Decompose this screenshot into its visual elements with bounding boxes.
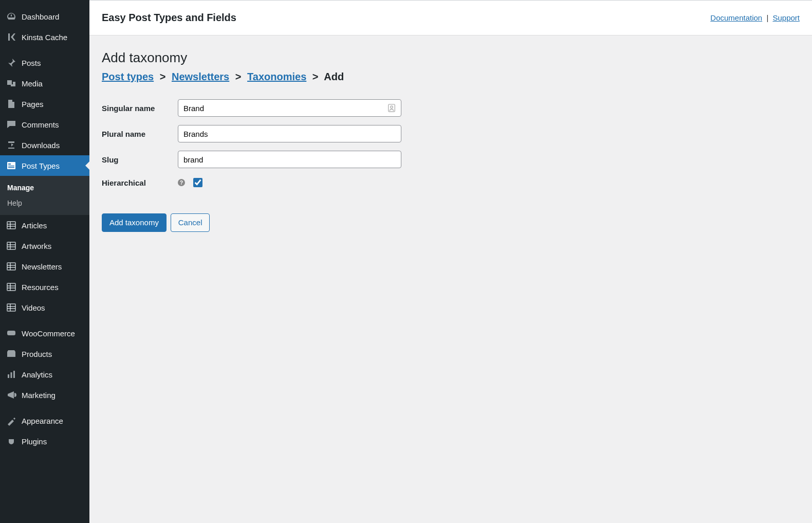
sidebar-item-label: Comments bbox=[22, 120, 59, 129]
help-icon[interactable]: ? bbox=[178, 179, 185, 186]
svg-rect-2 bbox=[8, 166, 14, 167]
sidebar-item-products[interactable]: Products bbox=[0, 344, 89, 364]
sidebar-item-label: WooCommerce bbox=[22, 329, 75, 338]
sidebar-item-label: Videos bbox=[22, 303, 45, 312]
sidebar-item-label: Post Types bbox=[22, 161, 60, 170]
analytics-icon bbox=[6, 369, 16, 380]
svg-rect-25 bbox=[8, 374, 9, 378]
plural-name-input[interactable] bbox=[178, 125, 401, 142]
plural-name-label: Plural name bbox=[102, 121, 178, 147]
breadcrumb-post-types[interactable]: Post types bbox=[102, 71, 154, 82]
admin-sidebar: Dashboard Kinsta Cache Posts Media bbox=[0, 0, 89, 523]
sidebar-item-post-types[interactable]: Post Types bbox=[0, 155, 89, 176]
sidebar-item-resources[interactable]: Resources bbox=[0, 277, 89, 297]
sidebar-item-artworks[interactable]: Artworks bbox=[0, 236, 89, 256]
sidebar-item-label: Dashboard bbox=[22, 12, 59, 21]
submenu-item-manage[interactable]: Manage bbox=[0, 180, 89, 195]
sidebar-item-label: Kinsta Cache bbox=[22, 33, 67, 42]
sidebar-item-label: Downloads bbox=[22, 141, 60, 150]
top-bar: Easy Post Types and Fields Documentation… bbox=[89, 1, 812, 35]
media-icon bbox=[6, 78, 16, 88]
sidebar-item-kinsta-cache[interactable]: Kinsta Cache bbox=[0, 27, 89, 47]
documentation-link[interactable]: Documentation bbox=[710, 13, 762, 22]
sidebar-item-label: Resources bbox=[22, 283, 59, 292]
sidebar-item-label: Appearance bbox=[22, 417, 63, 425]
page-heading: Add taxonomy bbox=[102, 50, 800, 66]
sidebar-item-pages[interactable]: Pages bbox=[0, 94, 89, 114]
submit-button[interactable]: Add taxonomy bbox=[102, 213, 167, 232]
submenu-item-help[interactable]: Help bbox=[0, 195, 89, 211]
page-icon bbox=[6, 99, 16, 109]
sidebar-item-plugins[interactable]: Plugins bbox=[0, 431, 89, 452]
sidebar-item-label: Posts bbox=[22, 59, 41, 67]
svg-rect-4 bbox=[7, 222, 15, 229]
sidebar-item-appearance[interactable]: Appearance bbox=[0, 410, 89, 431]
plugin-title: Easy Post Types and Fields bbox=[102, 12, 236, 24]
svg-rect-12 bbox=[7, 263, 15, 270]
hierarchical-label: Hierarchical bbox=[102, 172, 178, 193]
sidebar-item-label: Newsletters bbox=[22, 262, 62, 271]
slug-label: Slug bbox=[102, 147, 178, 172]
list-icon bbox=[6, 282, 16, 292]
breadcrumb-sep: > bbox=[309, 71, 322, 82]
cancel-button[interactable]: Cancel bbox=[171, 213, 210, 232]
form-actions: Add taxonomy Cancel bbox=[102, 213, 800, 232]
sidebar-item-posts[interactable]: Posts bbox=[0, 52, 89, 73]
breadcrumb-newsletters[interactable]: Newsletters bbox=[172, 71, 229, 82]
download-icon bbox=[6, 140, 16, 150]
sidebar-item-label: Products bbox=[22, 350, 52, 358]
breadcrumb-sep: > bbox=[232, 71, 245, 82]
sidebar-item-analytics[interactable]: Analytics bbox=[0, 364, 89, 385]
sidebar-item-label: Articles bbox=[22, 221, 47, 230]
sidebar-item-dashboard[interactable]: Dashboard bbox=[0, 6, 89, 27]
kinsta-icon bbox=[6, 32, 16, 42]
pin-icon bbox=[6, 58, 16, 68]
woo-icon bbox=[6, 328, 16, 338]
sidebar-submenu: Manage Help bbox=[0, 176, 89, 215]
support-link[interactable]: Support bbox=[772, 13, 800, 22]
main-content: Easy Post Types and Fields Documentation… bbox=[89, 0, 812, 523]
svg-rect-3 bbox=[8, 167, 14, 168]
plugins-icon bbox=[6, 436, 16, 446]
sidebar-item-label: Marketing bbox=[22, 391, 56, 400]
sidebar-item-downloads[interactable]: Downloads bbox=[0, 135, 89, 155]
svg-rect-8 bbox=[7, 242, 15, 249]
svg-rect-16 bbox=[7, 283, 15, 291]
topbar-links: Documentation | Support bbox=[710, 13, 800, 22]
link-separator: | bbox=[764, 13, 770, 22]
svg-rect-27 bbox=[13, 371, 15, 378]
breadcrumb-taxonomies[interactable]: Taxonomies bbox=[247, 71, 306, 82]
appearance-icon bbox=[6, 416, 16, 426]
post-types-icon bbox=[6, 160, 16, 171]
taxonomy-form: Singular name Plural name bbox=[102, 95, 401, 193]
sidebar-item-newsletters[interactable]: Newsletters bbox=[0, 256, 89, 277]
sidebar-item-marketing[interactable]: Marketing bbox=[0, 385, 89, 405]
singular-name-input[interactable] bbox=[178, 99, 401, 117]
sidebar-item-articles[interactable]: Articles bbox=[0, 215, 89, 236]
products-icon bbox=[6, 349, 16, 359]
list-icon bbox=[6, 220, 16, 230]
hierarchical-checkbox[interactable] bbox=[193, 178, 202, 187]
sidebar-item-label: Plugins bbox=[22, 437, 47, 446]
list-icon bbox=[6, 302, 16, 313]
list-icon bbox=[6, 261, 16, 272]
sidebar-item-videos[interactable]: Videos bbox=[0, 297, 89, 318]
breadcrumb-current: Add bbox=[324, 71, 344, 82]
sidebar-item-woocommerce[interactable]: WooCommerce bbox=[0, 323, 89, 344]
slug-input[interactable] bbox=[178, 151, 401, 168]
breadcrumb-sep: > bbox=[157, 71, 169, 82]
comment-icon bbox=[6, 119, 16, 130]
svg-rect-1 bbox=[8, 164, 11, 165]
sidebar-item-label: Artworks bbox=[22, 242, 51, 250]
svg-rect-26 bbox=[11, 372, 12, 378]
dashboard-icon bbox=[6, 11, 16, 22]
singular-name-label: Singular name bbox=[102, 95, 178, 121]
svg-rect-20 bbox=[7, 304, 15, 311]
sidebar-item-comments[interactable]: Comments bbox=[0, 114, 89, 135]
breadcrumb: Post types > Newsletters > Taxonomies > … bbox=[102, 71, 800, 83]
marketing-icon bbox=[6, 390, 16, 400]
svg-rect-24 bbox=[7, 331, 15, 335]
list-icon bbox=[6, 241, 16, 251]
sidebar-item-label: Analytics bbox=[22, 370, 52, 379]
sidebar-item-media[interactable]: Media bbox=[0, 73, 89, 94]
